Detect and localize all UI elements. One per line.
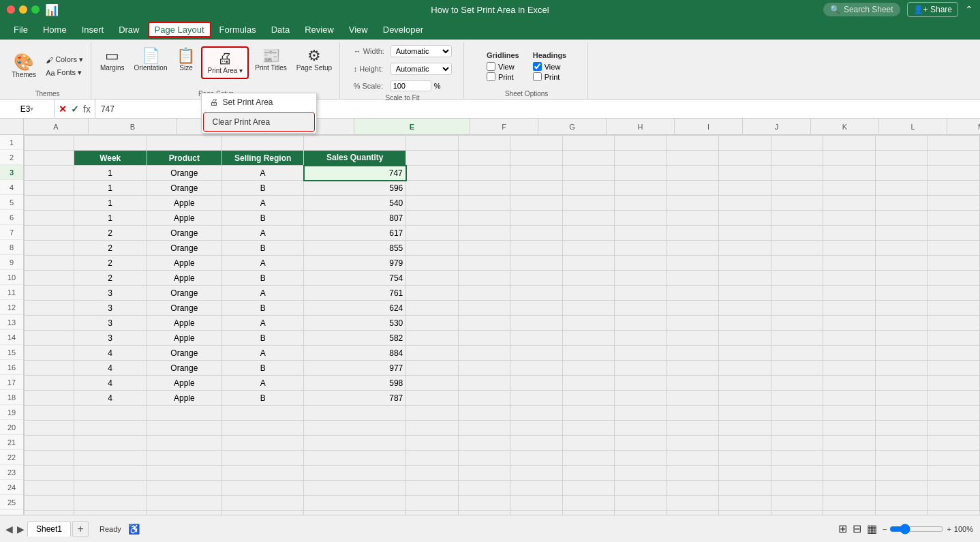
cell-n12[interactable] — [823, 301, 876, 316]
cell-k12[interactable] — [667, 301, 719, 316]
cell-n16[interactable] — [823, 361, 876, 376]
cell-f1[interactable] — [406, 136, 459, 151]
cell-c18[interactable]: Apple — [147, 391, 221, 406]
cell-d10[interactable]: B — [222, 271, 304, 286]
cell-p12[interactable] — [928, 301, 980, 316]
cell-j11[interactable] — [615, 286, 667, 301]
share-button[interactable]: 👤+ Share — [907, 2, 958, 17]
menu-developer[interactable]: Developer — [376, 22, 430, 37]
cell-d8[interactable]: B — [222, 241, 304, 256]
cell-f15[interactable] — [406, 346, 459, 361]
cancel-formula-icon[interactable]: ✕ — [59, 104, 67, 115]
cell-l12[interactable] — [719, 301, 771, 316]
cell-a5[interactable] — [25, 196, 74, 211]
cell-l5[interactable] — [719, 196, 771, 211]
add-sheet-button[interactable]: + — [72, 521, 89, 537]
cell-l3[interactable] — [719, 166, 771, 181]
cell-f11[interactable] — [406, 286, 459, 301]
cell-m15[interactable] — [771, 346, 823, 361]
margins-button[interactable]: ▭ Margins — [97, 46, 128, 74]
cell-p4[interactable] — [928, 181, 980, 196]
cell-a11[interactable] — [25, 286, 74, 301]
cell-j17[interactable] — [615, 376, 667, 391]
gridlines-view-checkbox[interactable] — [487, 62, 495, 71]
cell-i10[interactable] — [562, 271, 615, 286]
cell-l1[interactable] — [719, 136, 771, 151]
cell-p18[interactable] — [928, 391, 980, 406]
cell-o15[interactable] — [875, 346, 928, 361]
cell-g14[interactable] — [458, 331, 510, 346]
cell-p7[interactable] — [928, 226, 980, 241]
cell-p15[interactable] — [928, 346, 980, 361]
cell-l15[interactable] — [719, 346, 771, 361]
menu-page-layout[interactable]: Page Layout — [148, 22, 211, 37]
cell-i15[interactable] — [562, 346, 615, 361]
cell-n14[interactable] — [823, 331, 876, 346]
cell-m5[interactable] — [771, 196, 823, 211]
cell-c4[interactable]: Orange — [147, 181, 221, 196]
cell-p14[interactable] — [928, 331, 980, 346]
cell-f13[interactable] — [406, 316, 459, 331]
cell-n13[interactable] — [823, 316, 876, 331]
cell-k16[interactable] — [667, 361, 719, 376]
cell-g2[interactable] — [458, 151, 510, 166]
cell-i9[interactable] — [562, 256, 615, 271]
cell-g10[interactable] — [458, 271, 510, 286]
cell-b3[interactable]: 1 — [74, 166, 147, 181]
page-break-view-icon[interactable]: ▦ — [867, 522, 877, 535]
cell-j1[interactable] — [615, 136, 667, 151]
cell-l18[interactable] — [719, 391, 771, 406]
cell-g3[interactable] — [458, 166, 510, 181]
cell-d17[interactable]: A — [222, 376, 304, 391]
cell-h6[interactable] — [510, 211, 563, 226]
cell-p5[interactable] — [928, 196, 980, 211]
cell-g7[interactable] — [458, 226, 510, 241]
cell-o14[interactable] — [875, 331, 928, 346]
cell-l9[interactable] — [719, 256, 771, 271]
height-select[interactable]: Automatic 1 page 2 pages — [391, 63, 452, 75]
cell-n7[interactable] — [823, 226, 876, 241]
cell-p2[interactable] — [928, 151, 980, 166]
cell-d15[interactable]: A — [222, 346, 304, 361]
cell-i2[interactable] — [562, 151, 615, 166]
menu-file[interactable]: File — [7, 22, 35, 37]
cell-d5[interactable]: A — [222, 196, 304, 211]
cell-g1[interactable] — [458, 136, 510, 151]
cell-f3[interactable] — [406, 166, 459, 181]
cell-g5[interactable] — [458, 196, 510, 211]
cell-c1[interactable] — [147, 136, 221, 151]
cell-p13[interactable] — [928, 316, 980, 331]
cell-f9[interactable] — [406, 256, 459, 271]
cell-l8[interactable] — [719, 241, 771, 256]
cell-m18[interactable] — [771, 391, 823, 406]
cell-o5[interactable] — [875, 196, 928, 211]
cell-j14[interactable] — [615, 331, 667, 346]
cell-m8[interactable] — [771, 241, 823, 256]
cell-b17[interactable]: 4 — [74, 376, 147, 391]
cell-a13[interactable] — [25, 316, 74, 331]
cell-i16[interactable] — [562, 361, 615, 376]
cell-l2[interactable] — [719, 151, 771, 166]
cell-p6[interactable] — [928, 211, 980, 226]
cell-b8[interactable]: 2 — [74, 241, 147, 256]
cell-g12[interactable] — [458, 301, 510, 316]
cell-h10[interactable] — [510, 271, 563, 286]
cell-e8[interactable]: 855 — [304, 241, 406, 256]
cell-h15[interactable] — [510, 346, 563, 361]
cell-p10[interactable] — [928, 271, 980, 286]
cell-j9[interactable] — [615, 256, 667, 271]
zoom-out-icon[interactable]: − — [883, 525, 887, 533]
cell-b12[interactable]: 3 — [74, 301, 147, 316]
set-print-area-item[interactable]: 🖨 Set Print Area — [202, 93, 316, 111]
cell-m4[interactable] — [771, 181, 823, 196]
cell-n15[interactable] — [823, 346, 876, 361]
cell-b10[interactable]: 2 — [74, 271, 147, 286]
cell-a4[interactable] — [25, 181, 74, 196]
cell-i12[interactable] — [562, 301, 615, 316]
cell-p3[interactable] — [928, 166, 980, 181]
header-week[interactable]: Week — [74, 151, 147, 166]
cell-n3[interactable] — [823, 166, 876, 181]
cell-i11[interactable] — [562, 286, 615, 301]
cell-g8[interactable] — [458, 241, 510, 256]
cell-f7[interactable] — [406, 226, 459, 241]
